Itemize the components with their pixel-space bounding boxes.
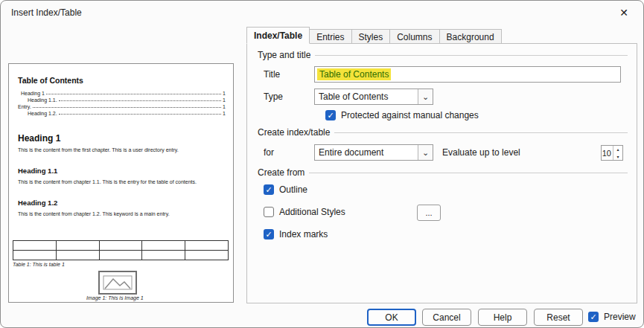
preview-checkbox[interactable]: ✓ Preview	[588, 312, 636, 322]
stepper-arrows: ▴ ▾	[613, 146, 622, 160]
spin-down-icon[interactable]: ▾	[613, 153, 622, 161]
toc-dotted-leader	[59, 114, 221, 115]
group-legend: Create from	[258, 167, 305, 178]
group-rule	[309, 173, 628, 173]
for-label: for	[264, 147, 274, 158]
outline-checkbox[interactable]: ✓ Outline	[264, 184, 307, 195]
type-dropdown[interactable]: Table of Contents ⌄	[314, 89, 433, 105]
window-title: Insert Index/Table	[11, 7, 82, 18]
titlebar[interactable]: Insert Index/Table ✕	[1, 1, 643, 23]
chevron-down-icon[interactable]: ⌄	[418, 145, 433, 160]
tab-strip: Index/Table Entries Styles Columns Backg…	[246, 28, 501, 44]
toc-entry: Heading 1.2. 1	[18, 109, 226, 116]
picture-icon	[103, 275, 133, 290]
toc-entry: Entry. 1	[18, 103, 226, 109]
preview-section-heading: Heading 1.1	[18, 167, 57, 175]
toc-entry-text: Heading 1.1.	[28, 97, 57, 103]
preview-section-heading: Heading 1	[18, 133, 60, 144]
tab-background[interactable]: Background	[439, 29, 502, 44]
toc-entry-page: 1	[223, 104, 226, 109]
evaluate-level-value[interactable]: 10	[602, 146, 613, 160]
spin-up-icon[interactable]: ▴	[613, 146, 622, 153]
index-marks-checkbox-label: Index marks	[279, 229, 328, 239]
toc-dotted-leader	[33, 107, 221, 108]
checkmark-icon: ✓	[325, 110, 336, 120]
toc-entry-page: 1	[223, 111, 226, 116]
preview-section-heading: Heading 1.2	[18, 199, 57, 207]
preview-section-body: This is the content from chapter 1.2. Th…	[18, 211, 228, 216]
cancel-button[interactable]: Cancel	[422, 309, 471, 326]
tab-panel: Type and title Title Table of Contents T…	[246, 43, 637, 303]
title-label: Title	[264, 69, 280, 80]
group-rule	[315, 55, 628, 56]
ok-button[interactable]: OK	[367, 309, 416, 326]
assign-styles-button[interactable]: ...	[417, 205, 441, 221]
additional-styles-checkbox[interactable]: Additional Styles	[264, 207, 345, 217]
group-create-from: Create from	[258, 167, 628, 178]
close-icon[interactable]: ✕	[616, 5, 631, 20]
preview-toc-list: Heading 1 1 Heading 1.1. 1 Entry. 1 Head…	[18, 89, 226, 116]
reset-button[interactable]: Reset	[534, 309, 583, 326]
preview-checkbox-label: Preview	[604, 312, 636, 322]
tab-styles[interactable]: Styles	[351, 29, 391, 44]
title-input[interactable]: Table of Contents	[314, 66, 621, 83]
preview-image-caption: Image 1: This is Image 1	[86, 295, 144, 300]
tab-columns[interactable]: Columns	[389, 29, 439, 44]
toc-entry-text: Heading 1	[21, 91, 45, 96]
group-type-and-title: Type and title	[258, 50, 628, 60]
preview-image-placeholder	[98, 271, 137, 295]
preview-section-body: This is the content from the first chapt…	[18, 147, 228, 152]
checkmark-icon: ✓	[264, 229, 274, 239]
type-dropdown-value: Table of Contents	[315, 89, 418, 104]
preview-table-caption: Table 1: This is table 1	[13, 262, 65, 267]
type-label: Type	[264, 91, 283, 102]
title-input-value: Table of Contents	[317, 68, 391, 80]
for-dropdown-value: Entire document	[315, 145, 418, 160]
preview-panel: Table of Contents Heading 1 1 Heading 1.…	[8, 63, 234, 303]
preview-section-body: This is the content from chapter 1.1. Th…	[18, 179, 228, 184]
tab-entries[interactable]: Entries	[309, 29, 351, 44]
help-button[interactable]: Help	[478, 309, 527, 326]
index-marks-checkbox[interactable]: ✓ Index marks	[264, 229, 328, 239]
toc-entry-text: Heading 1.2.	[28, 111, 57, 116]
group-rule	[334, 132, 628, 133]
group-create-index: Create index/table	[258, 127, 628, 138]
toc-entry: Heading 1.1. 1	[18, 96, 226, 103]
for-dropdown[interactable]: Entire document ⌄	[314, 144, 433, 161]
toc-dotted-leader	[59, 100, 221, 101]
toc-entry-page: 1	[223, 91, 226, 96]
additional-styles-checkbox-label: Additional Styles	[279, 207, 345, 217]
group-legend: Type and title	[258, 50, 310, 60]
protected-checkbox-label: Protected against manual changes	[341, 110, 479, 120]
toc-entry-page: 1	[223, 97, 226, 103]
toc-entry-text: Entry.	[18, 104, 31, 109]
insert-index-table-dialog: Insert Index/Table ✕ Table of Contents H…	[0, 0, 644, 328]
checkmark-icon: ✓	[264, 184, 274, 195]
evaluate-level-stepper[interactable]: 10 ▴ ▾	[601, 145, 623, 161]
protected-checkbox[interactable]: ✓ Protected against manual changes	[325, 110, 479, 120]
outline-checkbox-label: Outline	[279, 184, 307, 195]
checkbox-empty	[264, 207, 274, 217]
toc-dotted-leader	[46, 94, 221, 94]
chevron-down-icon[interactable]: ⌄	[418, 89, 433, 104]
toc-entry: Heading 1 1	[18, 89, 226, 96]
group-legend: Create index/table	[258, 127, 330, 138]
checkmark-icon: ✓	[588, 312, 599, 322]
evaluate-level-label: Evaluate up to level	[442, 147, 520, 158]
tab-index-table[interactable]: Index/Table	[246, 27, 310, 44]
preview-toc-title: Table of Contents	[18, 76, 83, 85]
preview-table	[13, 240, 229, 260]
